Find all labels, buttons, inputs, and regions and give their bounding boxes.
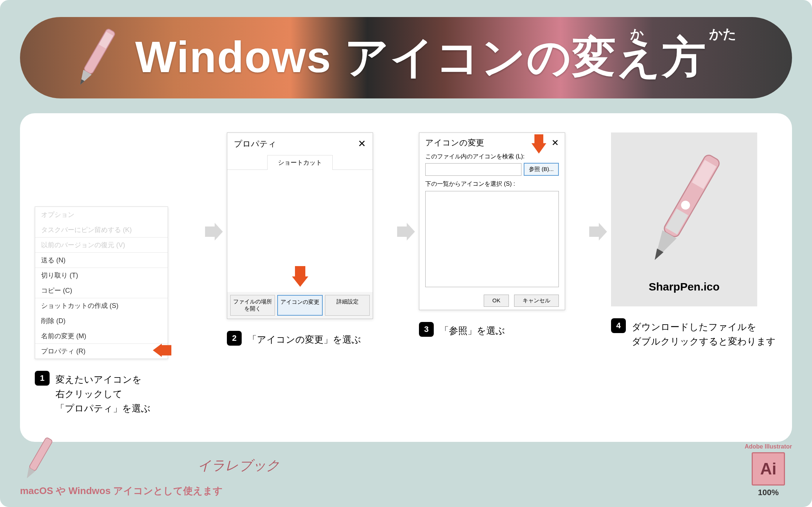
ctx-item[interactable]: タスクバーにピン留めする (K) <box>35 222 168 237</box>
ctx-item[interactable]: 以前のバージョンの復元 (V) <box>35 237 168 252</box>
brand-name: イラレブック <box>198 457 280 475</box>
arrow-down-icon <box>292 266 308 288</box>
browse-button[interactable]: 参照 (B)... <box>524 163 559 176</box>
footer-subtitle: macOS や Windwos アイコンとして使えます <box>20 484 280 497</box>
path-input[interactable] <box>425 163 521 176</box>
context-menu: オプション タスクバーにピン留めする (K) 以前のバージョンの復元 (V) 送… <box>35 207 168 359</box>
ctx-item[interactable]: ショットカットの作成 (S) <box>35 298 168 313</box>
ctx-item[interactable]: 名前の変更 (M) <box>35 328 168 343</box>
step-1: オプション タスクバーにピン留めする (K) 以前のバージョンの復元 (V) 送… <box>35 132 201 415</box>
tab-shortcut[interactable]: ショートカット <box>267 155 333 170</box>
cancel-button[interactable]: キャンセル <box>514 295 559 307</box>
ai-percent: 100% <box>745 488 792 497</box>
ctx-item[interactable]: 切り取り (T) <box>35 268 168 283</box>
step-3: アイコンの変更 ✕ このファイル内のアイコンを検索 (L): 参照 (B)...… <box>419 132 585 338</box>
step-number: 1 <box>35 371 50 386</box>
step-text: 「参照」を選ぶ <box>440 322 505 338</box>
icon-list[interactable] <box>425 191 559 287</box>
advanced-button[interactable]: 詳細設定 <box>325 295 370 316</box>
step-text: 「アイコンの変更」を選ぶ <box>248 331 361 347</box>
arrow-right-icon <box>585 132 611 242</box>
step-text: 変えたいアイコンを 右クリックして 「プロパティ」を選ぶ <box>56 371 151 415</box>
arrow-right-icon <box>201 132 227 242</box>
ai-label: Adobe Illustrator <box>745 443 792 450</box>
properties-dialog: プロパティ ✕ ショートカット ファイルの場所を開く アイコンの変更 詳細設定 <box>227 132 373 319</box>
pen-icon <box>636 146 732 272</box>
ctx-item[interactable]: コピー (C) <box>35 283 168 298</box>
pen-icon <box>20 434 57 482</box>
furigana-1: か <box>630 25 644 43</box>
step-2: プロパティ ✕ ショートカット ファイルの場所を開く アイコンの変更 詳細設定 <box>227 132 393 347</box>
svg-marker-9 <box>589 223 607 241</box>
change-icon-button[interactable]: アイコンの変更 <box>277 295 323 316</box>
svg-marker-8 <box>531 134 546 154</box>
svg-marker-6 <box>292 266 308 287</box>
ctx-item-label: プロパティ (R) <box>41 347 85 355</box>
icon-filename: SharpPen.ico <box>649 281 720 293</box>
furigana-2: かた <box>709 25 736 43</box>
icon-preview: SharpPen.ico <box>611 132 757 306</box>
hero-title: Windows アイコンの変え方 <box>135 28 707 87</box>
steps-card: オプション タスクバーにピン留めする (K) 以前のバージョンの復元 (V) 送… <box>20 113 792 442</box>
dialog-title: アイコンの変更 <box>425 137 484 148</box>
change-icon-dialog: アイコンの変更 ✕ このファイル内のアイコンを検索 (L): 参照 (B)...… <box>419 132 565 310</box>
arrow-right-icon <box>393 132 419 242</box>
svg-marker-4 <box>153 344 171 357</box>
step-number: 2 <box>227 331 242 346</box>
ctx-item-properties[interactable]: プロパティ (R) <box>35 343 168 359</box>
step-number: 3 <box>419 322 434 337</box>
ai-icon: Ai <box>752 452 785 486</box>
svg-marker-7 <box>397 223 415 241</box>
arrow-down-icon <box>531 134 546 156</box>
ok-button[interactable]: OK <box>484 295 509 307</box>
open-location-button[interactable]: ファイルの場所を開く <box>230 295 275 316</box>
ctx-item[interactable]: 削除 (D) <box>35 313 168 328</box>
ctx-item[interactable]: オプション <box>35 207 168 222</box>
list-label: 下の一覧からアイコンを選択 (S) : <box>419 180 565 191</box>
step-text: ダウンロードしたファイルを ダブルクリックすると変わります <box>632 318 776 349</box>
hero-banner: か かた Windows アイコンの変え方 <box>20 17 792 98</box>
step-4: SharpPen.ico 4 ダウンロードしたファイルを ダブルクリックすると変… <box>611 132 777 349</box>
pen-icon <box>72 24 120 93</box>
close-icon[interactable]: ✕ <box>358 138 366 150</box>
dialog-title: プロパティ <box>234 138 276 150</box>
step-number: 4 <box>611 318 626 333</box>
ai-badge: Adobe Illustrator Ai 100% <box>745 443 792 497</box>
svg-marker-5 <box>205 223 223 241</box>
arrow-left-icon <box>153 344 171 359</box>
footer: イラレブック macOS や Windwos アイコンとして使えます Adobe… <box>20 434 792 497</box>
close-icon[interactable]: ✕ <box>551 138 559 148</box>
svg-rect-16 <box>29 437 53 471</box>
ctx-item[interactable]: 送る (N) <box>35 252 168 268</box>
